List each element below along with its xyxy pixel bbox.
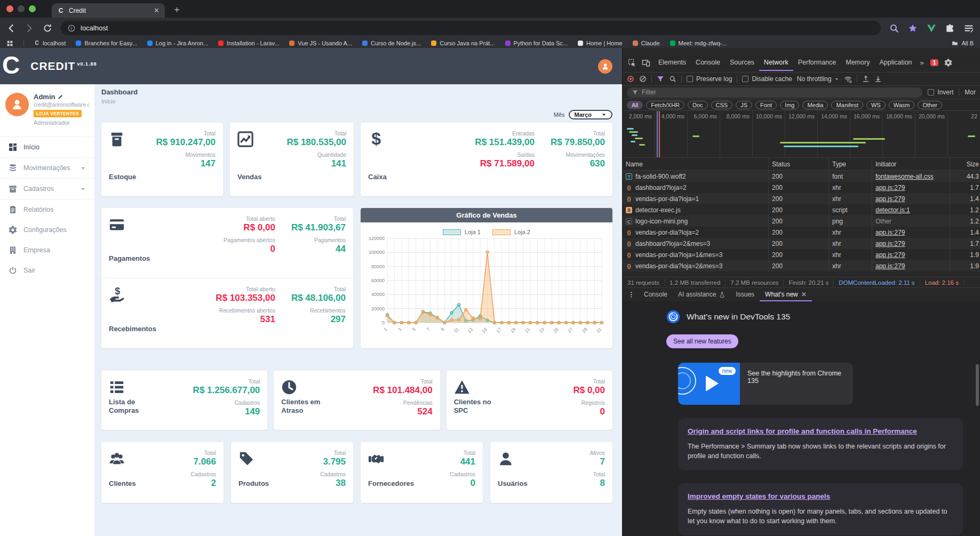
devtools-tab-network[interactable]: Network bbox=[759, 54, 793, 71]
request-row[interactable]: {}vendas-por-dia?loja=1200xhrapp.js:2791… bbox=[623, 193, 980, 204]
sidebar-item-cadastros[interactable]: Cadastros bbox=[0, 179, 94, 199]
legend-item[interactable]: Loja 2 bbox=[492, 229, 530, 235]
filter-chip-fetchxhr[interactable]: Fetch/XHR bbox=[646, 101, 684, 109]
network-overview-timeline[interactable]: 2,000 ms4,000 ms6,000 ms8,000 ms10,000 m… bbox=[623, 111, 980, 158]
sidebar-item-inicio[interactable]: Início bbox=[0, 137, 94, 158]
export-har-icon[interactable] bbox=[874, 75, 882, 83]
column-header-size[interactable]: Size bbox=[950, 158, 980, 170]
filter-chip-js[interactable]: JS bbox=[736, 101, 752, 109]
devtools-tab-elements[interactable]: Elements bbox=[654, 54, 691, 71]
request-initiator[interactable]: app.js:279 bbox=[875, 240, 905, 247]
bookmark-item[interactable]: Claude bbox=[633, 40, 660, 46]
request-row[interactable]: {}vendas-por-dia?loja=1&mes=3200xhrapp.j… bbox=[623, 249, 980, 260]
device-toolbar-icon[interactable] bbox=[640, 57, 652, 69]
network-conditions-icon[interactable] bbox=[844, 75, 852, 83]
bookmark-item[interactable]: Meet: mdg-zfwq-... bbox=[670, 40, 727, 46]
search-icon[interactable] bbox=[889, 23, 899, 33]
request-initiator[interactable]: app.js:279 bbox=[875, 262, 905, 270]
forward-icon[interactable] bbox=[25, 23, 34, 33]
request-initiator[interactable]: detector.js:1 bbox=[875, 206, 910, 214]
bookmark-item[interactable]: Branches for Easy... bbox=[76, 40, 137, 46]
bookmark-item[interactable]: Log in - Jira Anron... bbox=[147, 40, 208, 46]
filter-chip-all[interactable]: All bbox=[627, 101, 643, 109]
sidebar-item-empresa[interactable]: Empresa bbox=[0, 240, 94, 260]
devtools-tab-console[interactable]: Console bbox=[691, 54, 725, 71]
filter-chip-wasm[interactable]: Wasm bbox=[889, 101, 915, 109]
request-initiator[interactable]: fontawesome-all.css bbox=[875, 173, 934, 180]
filter-chip-media[interactable]: Media bbox=[802, 101, 828, 109]
devtools-tab-sources[interactable]: Sources bbox=[725, 54, 759, 71]
filter-chip-other[interactable]: Other bbox=[918, 101, 942, 109]
edit-pencil-icon[interactable] bbox=[58, 94, 63, 100]
request-row[interactable]: Tfa-solid-900.woff2200fontfontawesome-al… bbox=[623, 171, 980, 182]
bookmark-item[interactable]: Home | Home bbox=[578, 40, 623, 46]
filter-chip-font[interactable]: Font bbox=[755, 101, 777, 109]
minimize-window-button[interactable] bbox=[18, 5, 25, 12]
scrollbar-thumb[interactable] bbox=[976, 364, 979, 406]
maximize-window-button[interactable] bbox=[29, 5, 36, 12]
bookmark-item[interactable]: Clocalhost bbox=[34, 40, 66, 46]
request-row[interactable]: {}dashboard?loja=2&mes=3200xhrapp.js:279… bbox=[623, 238, 980, 249]
sidebar-item-movimentacoes[interactable]: Movimentações bbox=[0, 158, 94, 179]
all-bookmarks-button[interactable]: All B bbox=[952, 40, 974, 46]
import-har-icon[interactable] bbox=[862, 75, 870, 83]
clear-network-log-icon[interactable] bbox=[639, 75, 647, 83]
error-badge[interactable]: 1 bbox=[930, 59, 939, 66]
bookmark-item[interactable]: Vue JS - Usando A... bbox=[289, 40, 352, 46]
side-panel-menu-icon[interactable] bbox=[964, 23, 974, 33]
see-all-features-button[interactable]: See all new features bbox=[666, 334, 738, 348]
table-header[interactable]: NameStatusTypeInitiatorSize bbox=[623, 158, 980, 171]
reload-icon[interactable] bbox=[43, 23, 52, 33]
filter-chip-img[interactable]: Img bbox=[780, 101, 799, 109]
sidebar-item-configuracoes[interactable]: Configurações bbox=[0, 220, 94, 240]
devtools-tab-application[interactable]: Application bbox=[874, 54, 917, 71]
network-filter-input[interactable]: Filter bbox=[627, 87, 922, 98]
drawer-tab-issues[interactable]: Issues bbox=[730, 288, 760, 301]
devtools-tab-memory[interactable]: Memory bbox=[841, 54, 874, 71]
more-filters-label[interactable]: Mor bbox=[965, 89, 976, 96]
throttling-select[interactable]: No throttling bbox=[797, 75, 840, 83]
request-row[interactable]: Clogo-icon-mini.png200pngOther1.2 bbox=[623, 215, 980, 227]
preserve-log-checkbox[interactable]: Preserve log bbox=[687, 75, 732, 83]
site-info-icon[interactable] bbox=[68, 25, 75, 32]
back-icon[interactable] bbox=[6, 23, 16, 33]
column-header-initiator[interactable]: Initiator bbox=[872, 158, 950, 170]
request-initiator[interactable]: app.js:279 bbox=[875, 251, 905, 259]
request-initiator[interactable]: app.js:279 bbox=[875, 184, 905, 191]
more-tabs-icon[interactable]: » bbox=[918, 59, 926, 67]
filter-chip-manifest[interactable]: Manifest bbox=[831, 101, 863, 109]
window-controls[interactable] bbox=[0, 0, 42, 18]
browser-tab[interactable]: C Credit ✕ bbox=[52, 3, 165, 18]
column-header-status[interactable]: Status bbox=[769, 158, 829, 170]
highlight-card[interactable]: new See the highlights from Chrome 135 bbox=[678, 363, 853, 405]
request-initiator[interactable]: app.js:279 bbox=[875, 229, 905, 236]
invert-filter-checkbox[interactable]: Invert bbox=[928, 89, 953, 96]
column-header-name[interactable]: Name bbox=[623, 158, 769, 170]
close-drawer-tab-icon[interactable]: ✕ bbox=[801, 291, 807, 298]
request-row[interactable]: {}vendas-por-dia?loja=2200xhrapp.js:2791… bbox=[623, 227, 980, 238]
filter-chip-ws[interactable]: WS bbox=[866, 101, 886, 109]
legend-item[interactable]: Loja 1 bbox=[443, 229, 481, 235]
month-select[interactable]: Março bbox=[569, 110, 612, 119]
request-row[interactable]: {}vendas-por-dia?loja=2&mes=3200xhrapp.j… bbox=[623, 260, 980, 271]
vue-devtools-icon[interactable] bbox=[927, 23, 936, 33]
column-header-type[interactable]: Type bbox=[829, 158, 872, 170]
inspect-element-icon[interactable] bbox=[626, 57, 639, 69]
devtools-settings-gear-icon[interactable] bbox=[942, 57, 954, 69]
section-title-link[interactable]: Origin and script links for profile and … bbox=[688, 427, 917, 435]
section-title-link[interactable]: Improved empty states for various panels bbox=[688, 492, 830, 500]
apps-grid-icon[interactable] bbox=[6, 40, 13, 47]
devtools-tab-performance[interactable]: Performance bbox=[793, 54, 841, 71]
sidebar-item-relatorios[interactable]: Relatórios bbox=[0, 199, 94, 220]
request-row[interactable]: Sdetector-exec.js200scriptdetector.js:11… bbox=[623, 204, 980, 215]
filter-funnel-icon[interactable] bbox=[657, 75, 664, 83]
tab-close-icon[interactable]: ✕ bbox=[154, 6, 160, 14]
extensions-puzzle-icon[interactable] bbox=[945, 23, 955, 33]
header-avatar[interactable] bbox=[598, 59, 612, 74]
search-network-icon[interactable] bbox=[669, 75, 676, 83]
bookmark-item[interactable]: Python for Data Sc... bbox=[505, 40, 568, 46]
filter-chip-css[interactable]: CSS bbox=[711, 101, 733, 109]
record-network-log-icon[interactable] bbox=[627, 75, 634, 83]
disable-cache-checkbox[interactable]: Disable cache bbox=[742, 75, 792, 83]
drawer-tab-what-s-new[interactable]: What's new✕ bbox=[760, 288, 812, 301]
